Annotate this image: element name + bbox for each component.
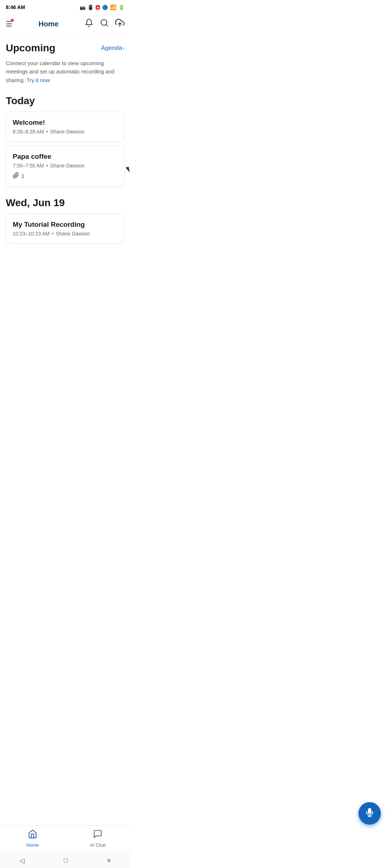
today-title: Today xyxy=(6,95,125,107)
search-icon[interactable] xyxy=(100,18,109,29)
top-nav: ☰ Home xyxy=(0,14,130,34)
clip-icon xyxy=(13,172,19,180)
svg-line-1 xyxy=(106,25,108,26)
meeting-meta-papa-coffee: 7:50–7:50 AM • Shane Dawson xyxy=(13,163,118,169)
wifi-status-icon: 📶 xyxy=(110,4,116,10)
wednesday-section: Wed, Jun 19 My Tutorial Recording 10:23–… xyxy=(6,197,125,243)
meeting-clip-row: 1 xyxy=(13,172,118,180)
separator-dot: • xyxy=(46,129,48,135)
upcoming-header: Upcoming Agenda › xyxy=(6,42,125,54)
meeting-host-tutorial: Shane Dawson xyxy=(56,231,90,237)
recent-button[interactable]: ≡ xyxy=(107,857,111,864)
hamburger-menu[interactable]: ☰ xyxy=(6,20,12,28)
meeting-host-papa-coffee: Shane Dawson xyxy=(50,163,84,169)
battery-status-icon: 🔋 xyxy=(118,4,125,10)
meeting-host-welcome: Shane Dawson xyxy=(50,129,84,135)
meeting-meta-welcome: 8:28–8:28 AM • Shane Dawson xyxy=(13,129,118,135)
main-content: Upcoming Agenda › Connect your calendar … xyxy=(0,34,130,291)
vibrate-status-icon: 📳 xyxy=(88,5,93,10)
agenda-label: Agenda xyxy=(101,44,122,52)
meeting-card-papa-coffee[interactable]: Papa coffee 7:50–7:50 AM • Shane Dawson … xyxy=(6,146,125,187)
wednesday-title: Wed, Jun 19 xyxy=(6,197,125,209)
home-icon xyxy=(28,829,37,841)
bluetooth-status-icon: 🔵 xyxy=(102,5,108,10)
agenda-link[interactable]: Agenda › xyxy=(101,44,125,52)
today-section: Today Welcome! 8:28–8:28 AM • Shane Daws… xyxy=(6,95,125,187)
ai-chat-icon xyxy=(93,829,102,841)
upload-icon[interactable] xyxy=(115,18,125,30)
meeting-card-tutorial[interactable]: My Tutorial Recording 10:23–10:23 AM • S… xyxy=(6,214,125,243)
upcoming-description: Connect your calendar to view upcoming m… xyxy=(6,59,125,84)
meeting-name-papa-coffee: Papa coffee xyxy=(13,153,118,161)
bottom-nav-ai-chat[interactable]: AI Chat xyxy=(65,829,130,848)
meeting-time-welcome: 8:28–8:28 AM xyxy=(13,129,44,135)
record-status-icon: ● xyxy=(96,5,100,10)
status-icons: 📷 📳 ● 🔵 📶 🔋 xyxy=(80,4,125,10)
notification-dot xyxy=(11,19,14,22)
try-it-now-link[interactable]: Try it now xyxy=(26,77,50,83)
notifications-icon[interactable] xyxy=(85,18,93,29)
meeting-time-papa-coffee: 7:50–7:50 AM xyxy=(13,163,44,169)
back-button[interactable]: ◁ xyxy=(20,857,25,865)
meeting-time-tutorial: 10:23–10:23 AM xyxy=(13,231,50,237)
meeting-name-welcome: Welcome! xyxy=(13,119,118,127)
home-label: Home xyxy=(26,842,39,848)
status-bar: 8:46 AM 📷 📳 ● 🔵 📶 🔋 xyxy=(0,0,130,14)
status-time: 8:46 AM xyxy=(6,4,25,10)
separator-dot-3: • xyxy=(52,231,54,237)
separator-dot-2: • xyxy=(46,163,48,169)
ai-chat-label: AI Chat xyxy=(90,842,105,848)
meeting-meta-tutorial: 10:23–10:23 AM • Shane Dawson xyxy=(13,231,118,237)
bottom-nav-home[interactable]: Home xyxy=(0,829,65,848)
meeting-name-tutorial: My Tutorial Recording xyxy=(13,221,118,229)
clip-count: 1 xyxy=(21,173,24,179)
nav-actions xyxy=(85,18,125,30)
home-button[interactable]: □ xyxy=(64,857,68,864)
page-title: Home xyxy=(38,20,59,28)
meeting-card-welcome[interactable]: Welcome! 8:28–8:28 AM • Shane Dawson xyxy=(6,112,125,141)
camera-status-icon: 📷 xyxy=(80,5,85,10)
chevron-right-icon: › xyxy=(123,45,125,51)
bottom-nav: Home AI Chat xyxy=(0,825,130,853)
upcoming-title: Upcoming xyxy=(6,42,55,54)
system-nav: ◁ □ ≡ xyxy=(0,853,130,868)
